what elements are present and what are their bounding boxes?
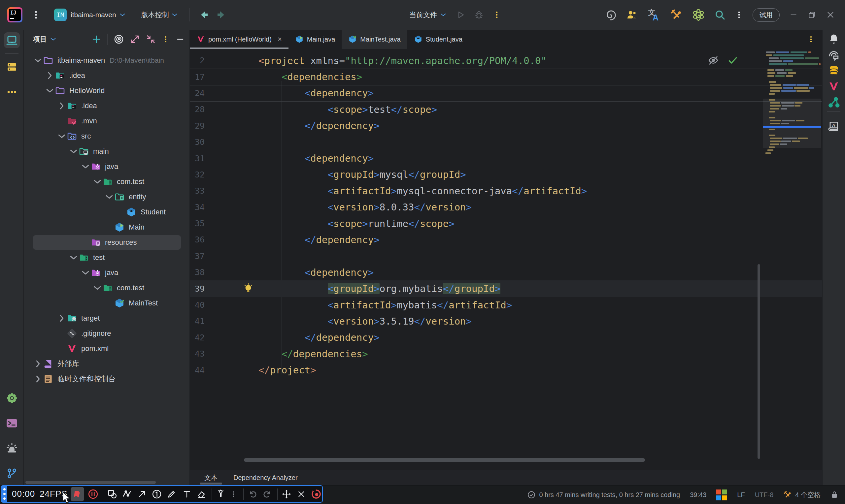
tree-item-Main[interactable]: Main xyxy=(24,220,190,235)
chevron-right-icon[interactable] xyxy=(45,71,55,80)
code-line-40[interactable]: 40 <artifactId>mybatis</artifactId> xyxy=(190,297,822,313)
tree-item-.mvn[interactable]: .mvn xyxy=(24,113,190,129)
tree-item-com.test[interactable]: com.test xyxy=(24,174,190,189)
editor-vertical-scrollbar[interactable] xyxy=(758,264,760,459)
tree-item-.gitignore[interactable]: .gitignore xyxy=(24,326,190,341)
toolbar-more-kebab-icon[interactable] xyxy=(227,487,239,501)
chevron-right-icon[interactable] xyxy=(57,101,67,111)
tree-item-_[interactable]: 临时文件和控制台 xyxy=(24,372,190,386)
more-kebab-icon[interactable] xyxy=(735,11,743,19)
tree-item-entity[interactable]: entity xyxy=(24,189,190,204)
polyline-tool-button[interactable] xyxy=(121,487,133,501)
restore-button[interactable] xyxy=(803,0,821,30)
tree-item-main[interactable]: main xyxy=(24,144,190,159)
code-line-34[interactable]: 34 <version>8.0.33</version> xyxy=(190,199,822,215)
settings-button[interactable] xyxy=(4,390,20,406)
code-line-33[interactable]: 33 <artifactId>mysql-connector-java</art… xyxy=(190,183,822,199)
editor-horizontal-scrollbar[interactable] xyxy=(244,458,645,462)
trial-badge[interactable]: 试用 xyxy=(753,8,780,22)
atom-plugin-icon[interactable] xyxy=(692,8,705,21)
chevron-down-icon[interactable] xyxy=(92,177,102,187)
more-tool-windows-button[interactable] xyxy=(4,84,20,100)
terminal-tool-window-button[interactable] xyxy=(4,415,20,431)
main-menu-kebab-icon[interactable] xyxy=(31,10,41,20)
lock-icon[interactable] xyxy=(830,491,839,499)
undo-button[interactable] xyxy=(247,487,259,501)
tree-item-src[interactable]: src xyxy=(24,129,190,144)
indent-widget[interactable]: 4 个空格 xyxy=(783,490,821,499)
windows-logo-icon[interactable] xyxy=(716,489,727,500)
tree-item-HelloWorld[interactable]: HelloWorld xyxy=(24,83,190,98)
chevron-down-icon[interactable] xyxy=(104,192,114,202)
close-button[interactable] xyxy=(821,0,840,30)
chevron-down-icon[interactable] xyxy=(69,146,78,156)
editor-tab-Main.java[interactable]: Main.java xyxy=(288,30,342,49)
encoding-widget[interactable]: UTF-8 xyxy=(755,491,774,499)
text-tool-button[interactable] xyxy=(181,487,193,501)
tree-item-resources[interactable]: resources xyxy=(24,235,190,250)
search-everywhere-icon[interactable] xyxy=(714,9,725,20)
tree-item-java[interactable]: java xyxy=(24,265,190,281)
build-tools-icon[interactable] xyxy=(670,8,683,21)
code-line-42[interactable]: 42 </dependency> xyxy=(190,329,822,346)
structure-tool-window-button[interactable] xyxy=(4,59,20,75)
spotlight-tool-button[interactable] xyxy=(215,487,227,501)
collapse-all-button[interactable] xyxy=(146,34,156,44)
chevron-down-icon[interactable] xyxy=(69,253,78,263)
locate-file-button[interactable] xyxy=(113,34,124,44)
redo-button[interactable] xyxy=(261,487,273,501)
tree-item-itbaima-maven[interactable]: itbaima-mavenD:\0-Maven\itbain xyxy=(24,53,190,68)
editor-tab-MainTest.java[interactable]: MainTest.java xyxy=(341,30,407,49)
ai-chat-button[interactable] xyxy=(826,47,842,63)
run-more-kebab-icon[interactable] xyxy=(492,11,501,19)
chevron-right-icon[interactable] xyxy=(33,374,43,384)
hide-panel-button[interactable] xyxy=(176,35,185,44)
toolbar-drag-handle[interactable] xyxy=(1,486,7,502)
editor-tab-Student.java[interactable]: Student.java xyxy=(407,30,469,49)
caret-position-widget[interactable]: 39:43 xyxy=(690,491,706,499)
code-line-39[interactable]: 39 <groupId>org.mybatis</groupId> xyxy=(190,281,822,296)
tree-item-Student[interactable]: Student xyxy=(24,204,190,220)
run-configuration-widget[interactable]: 当前文件 xyxy=(409,10,447,19)
line-separator-widget[interactable]: LF xyxy=(737,491,745,499)
code-line-28[interactable]: 28 <scope>test</scope> xyxy=(190,101,822,118)
close-toolbar-button[interactable] xyxy=(295,487,307,501)
tree-item-test[interactable]: test xyxy=(24,250,190,265)
ai-assistant-icon[interactable] xyxy=(605,9,617,21)
add-button[interactable] xyxy=(91,34,101,44)
move-toolbar-button[interactable] xyxy=(281,487,293,501)
panel-chevron-down-icon[interactable] xyxy=(50,36,57,43)
project-chevron-down-icon[interactable] xyxy=(119,11,126,18)
panel-horizontal-scrollbar[interactable] xyxy=(25,481,156,484)
chevron-right-icon[interactable] xyxy=(57,313,67,323)
tree-item-target[interactable]: target xyxy=(24,311,190,326)
tree-item-.idea[interactable]: .idea xyxy=(24,98,190,113)
stop-recording-button[interactable] xyxy=(310,487,322,501)
code-line-29[interactable]: 29 </dependency> xyxy=(190,118,822,134)
code-line-17[interactable]: 17 <dependencies> xyxy=(190,69,822,85)
pause-recording-button[interactable] xyxy=(87,487,99,501)
project-tool-window-button[interactable] xyxy=(4,32,20,48)
tree-item-MainTest[interactable]: MainTest xyxy=(24,295,190,311)
tab-dependency-analyzer[interactable]: Dependency Analyzer xyxy=(233,470,298,485)
time-tracker-widget[interactable]: 0 hrs 47 mins writing tests, 0 hrs 27 mi… xyxy=(527,490,680,499)
code-editor[interactable]: 2<project xmlns="http://maven.apache.org… xyxy=(190,49,822,470)
code-line-30[interactable]: 30 xyxy=(190,134,822,150)
arrow-tool-button[interactable] xyxy=(136,487,148,501)
editor-tab-pom.xml[interactable]: pom.xml (HelloWorld)× xyxy=(190,30,288,49)
back-icon[interactable] xyxy=(198,10,209,20)
tree-item-_[interactable]: 外部库 xyxy=(24,356,190,372)
code-line-31[interactable]: 31 <dependency> xyxy=(190,150,822,166)
code-line-36[interactable]: 36 </dependency> xyxy=(190,232,822,248)
intention-bulb-icon[interactable] xyxy=(243,283,254,294)
expand-all-button[interactable] xyxy=(130,34,140,44)
inspection-eye-off-icon[interactable] xyxy=(708,55,719,66)
counter-tool-button[interactable] xyxy=(151,487,163,501)
pencil-tool-button[interactable] xyxy=(166,487,178,501)
run-button[interactable] xyxy=(456,10,465,20)
dependencies-button[interactable] xyxy=(826,94,842,110)
forward-icon[interactable] xyxy=(216,10,227,20)
translate-icon[interactable]: 文A xyxy=(648,8,661,21)
debug-button[interactable] xyxy=(474,10,484,20)
shapes-tool-button[interactable] xyxy=(106,487,118,501)
